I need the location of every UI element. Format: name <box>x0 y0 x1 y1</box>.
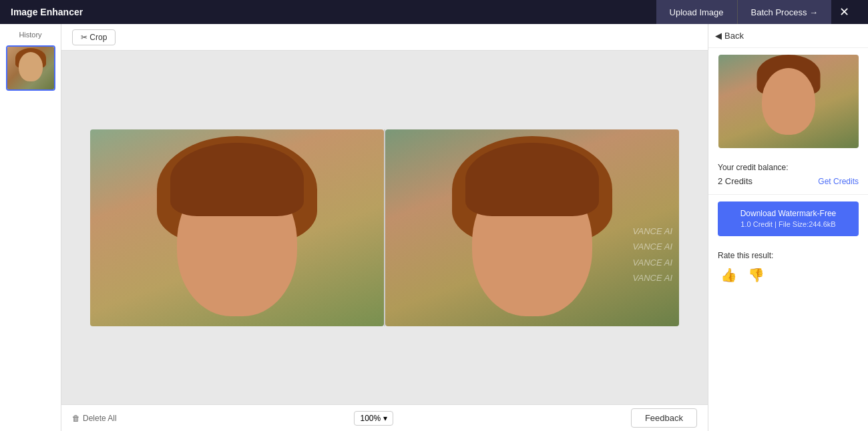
zoom-control[interactable]: 100% ▾ <box>354 411 393 426</box>
history-label: History <box>19 31 41 39</box>
credit-section: Your credit balance: 2 Credits Get Credi… <box>708 155 868 195</box>
bottom-left-actions: 🗑 Delete All <box>72 414 117 423</box>
zoom-value: 100% <box>360 414 381 423</box>
thumbs-up-button[interactable]: 👍 <box>718 266 740 284</box>
delete-all-label: Delete All <box>83 414 117 423</box>
crop-button[interactable]: ✂ Crop <box>72 29 116 45</box>
upload-image-button[interactable]: Upload Image <box>656 0 738 24</box>
credit-row: 2 Credits Get Credits <box>718 176 859 186</box>
close-button[interactable]: ✕ <box>831 0 857 24</box>
rate-buttons: 👍 👎 <box>718 266 859 284</box>
enhanced-image-panel: VANCE AIVANCE AIVANCE AIVANCE AI <box>385 129 679 326</box>
sidebar-left: History <box>0 24 61 431</box>
delete-all-button[interactable]: 🗑 Delete All <box>72 414 117 423</box>
feedback-button[interactable]: Feedback <box>631 408 697 428</box>
zoom-chevron-icon: ▾ <box>383 414 387 423</box>
credit-count: 2 Credits <box>718 176 752 186</box>
credit-balance-label: Your credit balance: <box>718 163 859 172</box>
watermark-overlay: VANCE AIVANCE AIVANCE AIVANCE AI <box>633 224 672 286</box>
download-watermark-free-button[interactable]: Download Watermark-Free 1.0 Credit | Fil… <box>718 201 859 236</box>
main-area: ✂ Crop VANCE AIVANCE AIVANCE AIVANCE AI <box>61 24 708 431</box>
history-thumbnail[interactable] <box>6 45 55 91</box>
original-hair-front <box>170 143 304 216</box>
download-sub-label: 1.0 Credit | File Size:244.6kB <box>724 220 852 230</box>
thumbs-down-button[interactable]: 👎 <box>745 266 767 284</box>
thumb-face <box>19 52 43 81</box>
download-section: Download Watermark-Free 1.0 Credit | Fil… <box>708 195 868 243</box>
batch-process-button[interactable]: Batch Process → <box>738 0 831 24</box>
get-credits-button[interactable]: Get Credits <box>818 177 859 186</box>
image-compare-area: VANCE AIVANCE AIVANCE AIVANCE AI <box>61 51 708 404</box>
rate-section: Rate this result: 👍 👎 <box>708 243 868 292</box>
sidebar-right: ◀ Back Your credit balance: 2 Credits Ge… <box>708 24 868 431</box>
original-image-panel <box>90 129 384 326</box>
back-button[interactable]: ◀ Back <box>715 31 744 41</box>
header: Image Enhancer Upload Image Batch Proces… <box>0 0 868 24</box>
back-arrow-icon: ◀ <box>715 31 722 41</box>
download-main-label: Download Watermark-Free <box>724 208 852 220</box>
crop-toolbar: ✂ Crop <box>61 24 708 51</box>
right-top-bar: ◀ Back <box>708 24 868 48</box>
enhanced-hair-front <box>465 143 599 216</box>
result-preview-image <box>718 55 859 148</box>
rate-label: Rate this result: <box>718 251 859 260</box>
bottom-bar: 🗑 Delete All 100% ▾ Feedback <box>61 404 708 431</box>
trash-icon: 🗑 <box>72 414 80 423</box>
header-actions: Upload Image Batch Process → ✕ <box>656 0 857 24</box>
result-face <box>762 68 815 135</box>
app-title: Image Enhancer <box>11 7 83 17</box>
back-label: Back <box>724 31 744 41</box>
